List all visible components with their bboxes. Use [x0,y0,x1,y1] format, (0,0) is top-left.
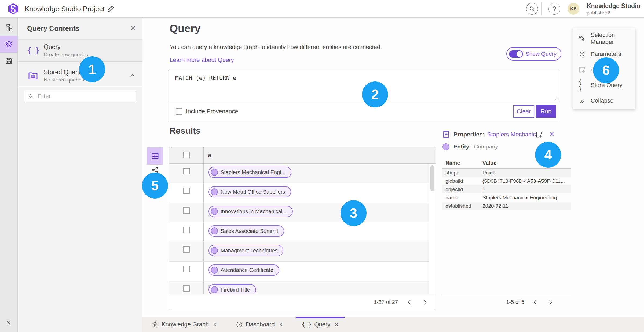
entity-pill[interactable]: Sales Associate Summit [208,225,284,237]
layers-icon [5,40,13,48]
menu-item-selection-manager[interactable]: Selection Manager [573,31,635,46]
run-button[interactable]: Run [536,105,556,118]
rail-item-save[interactable] [0,53,18,69]
filter-search-icon [28,93,34,99]
stored-queries-folder-icon [27,69,39,82]
row-checkbox[interactable] [183,207,190,214]
knowledge-graph-icon [152,321,159,328]
tab-dashboard[interactable]: Dashboard ✕ [230,317,289,332]
close-tab-icon[interactable]: ✕ [213,322,217,328]
learn-more-link[interactable]: Learn more about Query [170,57,234,64]
chevron-right-icon [422,299,429,306]
chevron-up-icon[interactable] [129,72,136,79]
annotation-badge-2: 2 [362,81,388,107]
properties-table: Name Value shapePoint globalid{5D9B4713-… [442,160,571,210]
table-icon [151,152,159,160]
show-query-toggle[interactable]: Show Query [506,47,561,61]
close-tab-icon[interactable]: ✕ [334,322,339,328]
query-item-subtitle: Create new queries [44,52,88,58]
select-all-checkbox[interactable] [183,152,190,158]
square-plus-icon [535,130,543,139]
knowledge-studio-app: Knowledge Studio Project ? KS Knowledge … [0,0,644,332]
left-icon-rail: » [0,18,18,332]
property-row: established2020-02-11 [442,202,571,210]
close-properties-icon[interactable]: ✕ [549,130,554,138]
braces-icon: { } [578,81,586,89]
prev-page-button[interactable] [532,299,539,306]
double-chevron-right-icon: » [7,318,11,326]
table-row: Sales Associate Summit [169,222,436,242]
entity-dot-icon [211,286,218,293]
add-to-selection-button[interactable] [535,130,543,139]
user-info: Knowledge Studio publisher2 [587,2,641,16]
help-icon: ? [552,5,556,13]
table-row: Firebird Title [169,281,436,294]
properties-panel: Properties: Staplers Mechanic... ✕ Entit… [442,130,571,210]
resize-handle[interactable] [555,97,559,101]
scrollbar-thumb[interactable] [430,165,434,191]
entity-value: Company [474,143,498,150]
rail-item-hierarchy[interactable] [0,19,18,36]
prev-page-button[interactable] [406,299,414,306]
close-tab-icon[interactable]: ✕ [279,322,283,328]
results-table: e Staplers Mechanical Engi... New Metal … [169,147,436,310]
user-role: publisher2 [587,10,641,16]
selection-manager-icon [578,35,586,42]
project-title: Knowledge Studio Project [25,0,105,18]
entity-pill[interactable]: Attendance Certificate [208,264,279,276]
entity-pill[interactable]: Firebird Title [208,284,256,294]
table-view-button[interactable] [147,147,163,165]
next-page-button[interactable] [422,299,429,306]
close-panel-icon[interactable]: ✕ [130,24,136,32]
entity-pill[interactable]: Managment Techniques [208,245,283,256]
name-column-header: Name [442,160,482,168]
row-checkbox[interactable] [183,285,190,292]
entity-dot-icon [211,208,218,215]
row-checkbox[interactable] [183,188,190,194]
row-checkbox[interactable] [183,266,190,272]
next-page-button[interactable] [547,299,554,306]
show-query-label: Show Query [525,51,557,57]
menu-item-collapse[interactable]: » Collapse [573,93,635,109]
column-header-e: e [204,147,211,163]
avatar-initials: KS [570,6,577,12]
help-button[interactable]: ? [548,3,560,15]
edit-title-icon[interactable] [107,5,114,13]
table-row: Attendance Certificate [169,262,436,281]
square-plus-icon [578,66,586,73]
query-description: You can query a knowledge graph to ident… [170,44,382,51]
results-pagination: 1-27 of 27 [169,294,436,310]
query-item-title: Query [44,43,61,51]
entity-pill[interactable]: Staplers Mechanical Engi... [208,167,291,178]
filter-input[interactable] [38,93,134,100]
row-checkbox[interactable] [183,227,190,233]
dashboard-gauge-icon [236,321,243,328]
row-checkbox[interactable] [183,246,190,253]
results-title: Results [170,126,201,136]
entity-label: Entity: [453,143,471,150]
document-tab-bar: Knowledge Graph ✕ Dashboard ✕ { } Query … [142,317,644,332]
properties-entity-link[interactable]: Staplers Mechanic... [487,131,541,138]
properties-range-label: 1-5 of 5 [506,299,524,305]
page-title: Query [170,23,201,35]
tab-knowledge-graph[interactable]: Knowledge Graph ✕ [146,317,223,332]
toggle-switch [509,50,523,58]
clear-button[interactable]: Clear [513,105,534,118]
expand-rail-button[interactable]: » [0,318,18,327]
entity-pill[interactable]: Innovations in Mechanical... [208,206,293,217]
entity-pill[interactable]: New Metal Office Suppliers [208,186,291,197]
rail-item-layers[interactable] [0,36,18,53]
annotation-badge-4: 4 [535,142,561,168]
properties-pagination: 1-5 of 5 [441,294,571,310]
row-checkbox[interactable] [183,168,190,174]
annotation-badge-6: 6 [593,57,619,83]
tab-query[interactable]: { } Query ✕ [296,317,345,332]
header-divider [541,2,542,15]
results-table-header: e [169,147,436,164]
table-row: New Metal Office Suppliers [169,183,436,203]
avatar[interactable]: KS [568,3,579,15]
search-button[interactable] [526,3,538,15]
sidebar-item-query[interactable]: { } Query Create new queries [18,39,142,62]
include-provenance-checkbox[interactable] [176,108,182,115]
property-row: globalid{5D9B4713-F98D-4A53-A59F-C11... [442,177,571,185]
